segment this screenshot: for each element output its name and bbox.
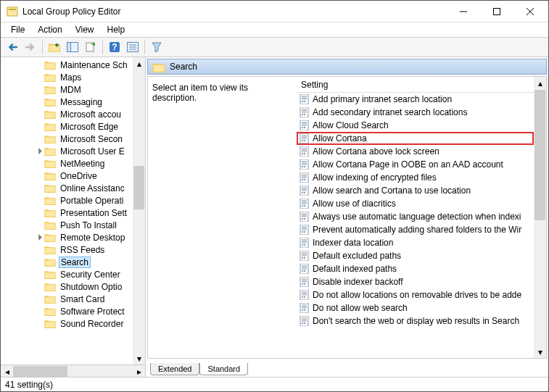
- tree-item[interactable]: Software Protect: [1, 305, 145, 317]
- tree-item-label: Remote Desktop: [59, 233, 126, 243]
- setting-item[interactable]: Don't search the web or display web resu…: [297, 314, 534, 328]
- tree-item[interactable]: Remote Desktop: [1, 231, 145, 243]
- setting-item[interactable]: Do not allow web search: [297, 301, 534, 314]
- setting-label: Allow Cortana Page in OOBE on an AAD acc…: [313, 159, 503, 170]
- maximize-button[interactable]: [480, 1, 513, 22]
- folder-icon: [44, 171, 56, 180]
- menu-file[interactable]: File: [5, 23, 30, 36]
- tree-item-label: Portable Operati: [59, 196, 125, 206]
- expand-caret-icon[interactable]: [37, 234, 44, 241]
- tab-extended[interactable]: Extended: [150, 363, 199, 375]
- close-button[interactable]: [513, 1, 547, 22]
- window-title: Local Group Policy Editor: [22, 7, 447, 17]
- tree-item[interactable]: Microsoft Secon: [1, 133, 145, 145]
- setting-item[interactable]: Allow Cortana Page in OOBE on an AAD acc…: [297, 158, 534, 171]
- menu-view[interactable]: View: [70, 23, 100, 36]
- setting-item[interactable]: Allow Cortana above lock screen: [297, 145, 534, 158]
- tree-item[interactable]: Maintenance Sch: [1, 59, 145, 71]
- setting-item[interactable]: Add secondary intranet search locations: [297, 106, 534, 119]
- setting-item[interactable]: Do not allow locations on removable driv…: [297, 288, 534, 301]
- expand-caret-icon[interactable]: [37, 148, 44, 154]
- scroll-down-icon[interactable]: ▾: [534, 346, 546, 358]
- help-button[interactable]: ?: [106, 38, 123, 56]
- setting-item[interactable]: Default indexed paths: [297, 262, 534, 275]
- status-bar: 41 setting(s): [1, 377, 548, 391]
- setting-item[interactable]: Add primary intranet search location: [297, 93, 534, 106]
- folder-icon: [44, 282, 56, 291]
- list-vertical-scrollbar[interactable]: ▴ ▾: [534, 77, 546, 358]
- back-button[interactable]: [4, 38, 21, 56]
- tree-item-label: Software Protect: [59, 306, 126, 317]
- policy-icon: [300, 277, 310, 287]
- tree-item[interactable]: Shutdown Optio: [1, 280, 145, 293]
- setting-label: Always use automatic language detection …: [313, 212, 521, 222]
- folder-icon: [44, 60, 56, 70]
- setting-item[interactable]: Allow indexing of encrypted files: [297, 171, 534, 184]
- tree-item[interactable]: Smart Card: [1, 293, 145, 305]
- folder-icon: [44, 183, 56, 193]
- tree-vertical-scrollbar[interactable]: ▴ ▾: [133, 57, 145, 364]
- tree-item[interactable]: MDM: [1, 83, 145, 96]
- tree-item-label: MDM: [59, 85, 83, 95]
- tree-item[interactable]: OneDrive: [1, 170, 145, 182]
- tree-item[interactable]: Messaging: [1, 96, 145, 108]
- details-heading-bar: Search: [147, 59, 547, 75]
- tree-item[interactable]: RSS Feeds: [1, 243, 145, 256]
- setting-label: Do not allow locations on removable driv…: [313, 290, 521, 300]
- menu-help[interactable]: Help: [102, 23, 131, 36]
- tree-item[interactable]: Sound Recorder: [1, 317, 145, 330]
- scroll-thumb[interactable]: [534, 90, 545, 220]
- properties-button[interactable]: [124, 38, 141, 56]
- setting-item[interactable]: Disable indexer backoff: [297, 275, 534, 288]
- tree-item[interactable]: Push To Install: [1, 219, 145, 231]
- setting-item[interactable]: Default excluded paths: [297, 249, 534, 262]
- column-header-setting[interactable]: Setting: [297, 77, 546, 93]
- description-text: Select an item to view its description.: [148, 77, 297, 358]
- app-icon: [7, 6, 18, 17]
- setting-item[interactable]: Indexer data location: [297, 236, 534, 249]
- forward-button[interactable]: [22, 38, 39, 56]
- scroll-up-icon[interactable]: ▴: [534, 77, 546, 89]
- scroll-thumb[interactable]: [13, 366, 67, 377]
- export-list-button[interactable]: [82, 38, 99, 56]
- show-hide-tree-button[interactable]: [64, 38, 81, 56]
- setting-item[interactable]: Allow search and Cortana to use location: [297, 184, 534, 197]
- setting-item[interactable]: Prevent automatically adding shared fold…: [297, 223, 534, 236]
- scroll-up-icon[interactable]: ▴: [133, 57, 145, 70]
- scroll-down-icon[interactable]: ▾: [133, 352, 145, 364]
- setting-item[interactable]: Allow Cloud Search: [297, 119, 534, 132]
- up-level-button[interactable]: [46, 38, 63, 56]
- policy-icon: [300, 107, 310, 117]
- tree-item[interactable]: Maps: [1, 71, 145, 83]
- tree-item[interactable]: Portable Operati: [1, 194, 145, 207]
- tree-horizontal-scrollbar[interactable]: ◂ ▸: [1, 364, 145, 377]
- menu-action[interactable]: Action: [32, 23, 67, 36]
- tree-item-label: Search: [59, 257, 91, 268]
- tree-item[interactable]: Search: [1, 256, 145, 268]
- minimize-button[interactable]: [447, 1, 480, 22]
- policy-icon: [300, 199, 310, 209]
- scroll-left-icon[interactable]: ◂: [1, 366, 13, 377]
- folder-icon: [44, 134, 56, 143]
- folder-icon: [44, 72, 56, 82]
- setting-item[interactable]: Allow Cortana: [297, 132, 534, 145]
- settings-list: Setting Add primary intranet search loca…: [297, 77, 546, 358]
- tree-item[interactable]: Presentation Sett: [1, 207, 145, 219]
- setting-item[interactable]: Always use automatic language detection …: [297, 210, 534, 223]
- tree-item[interactable]: NetMeeting: [1, 157, 145, 170]
- tree-item[interactable]: Microsoft accou: [1, 108, 145, 120]
- scroll-thumb[interactable]: [133, 166, 144, 209]
- tree-item-label: Microsoft User E: [59, 146, 126, 157]
- policy-icon: [300, 225, 310, 235]
- tree-item[interactable]: Online Assistanc: [1, 182, 145, 194]
- filter-button[interactable]: [148, 38, 165, 56]
- tab-standard[interactable]: Standard: [199, 363, 248, 375]
- scroll-right-icon[interactable]: ▸: [133, 366, 145, 377]
- tree-item[interactable]: Microsoft User E: [1, 145, 145, 157]
- tree-item[interactable]: Microsoft Edge: [1, 120, 145, 133]
- setting-item[interactable]: Allow use of diacritics: [297, 197, 534, 210]
- tree-item-label: Push To Install: [59, 220, 118, 230]
- tree-item[interactable]: Security Center: [1, 268, 145, 280]
- policy-icon: [300, 120, 310, 130]
- tree-item-label: Online Assistanc: [59, 183, 126, 193]
